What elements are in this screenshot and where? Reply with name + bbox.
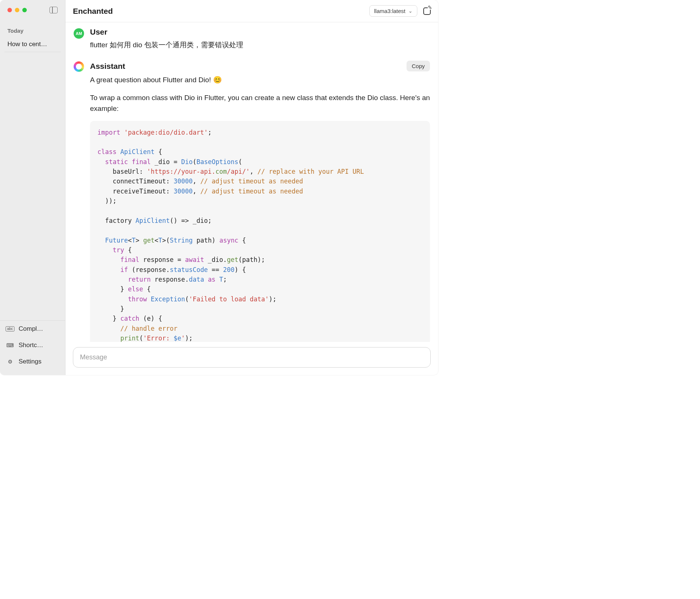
new-chat-button[interactable]: [423, 7, 431, 16]
code-block: import 'package:dio/dio.dart'; class Api…: [90, 121, 430, 342]
assistant-role-label: Assistant: [90, 62, 125, 71]
message-input[interactable]: [73, 347, 431, 368]
assistant-message-text: A great question about Flutter and Dio! …: [90, 74, 430, 342]
abc-icon: abc: [6, 326, 14, 331]
main-pane: Enchanted llama3:latest ⌄ AM User flutte…: [65, 0, 438, 375]
composer: [65, 342, 438, 375]
sidebar-footer: abc Compl… ⌨ Shortc… ⚙ Settings: [0, 320, 65, 375]
shortcuts-button[interactable]: ⌨ Shortc…: [4, 337, 61, 353]
user-role-label: User: [90, 28, 107, 36]
assistant-avatar: [74, 61, 84, 72]
chevron-down-icon: ⌄: [408, 8, 412, 14]
compose-icon: [428, 5, 432, 10]
window-controls: [0, 0, 65, 13]
user-message: AM User flutter 如何用 dio 包装一个通用类，需要错误处理: [74, 28, 430, 57]
minimize-window-icon[interactable]: [15, 8, 19, 12]
settings-label: Settings: [19, 358, 41, 365]
header: Enchanted llama3:latest ⌄: [65, 0, 438, 22]
copy-button[interactable]: Copy: [407, 61, 430, 71]
app-title: Enchanted: [73, 7, 113, 16]
settings-button[interactable]: ⚙ Settings: [4, 353, 61, 370]
chat-area: AM User flutter 如何用 dio 包装一个通用类，需要错误处理 A…: [65, 22, 438, 342]
fullscreen-window-icon[interactable]: [22, 8, 27, 12]
toggle-sidebar-icon[interactable]: [49, 7, 58, 13]
assistant-message: Assistant Copy A great question about Fl…: [74, 61, 430, 342]
close-window-icon[interactable]: [7, 8, 12, 12]
user-avatar: AM: [74, 28, 84, 39]
model-name: llama3:latest: [374, 8, 405, 14]
completions-label: Compl…: [19, 325, 43, 333]
sidebar-section-label: Today: [0, 13, 65, 37]
gear-icon: ⚙: [6, 359, 14, 365]
model-selector[interactable]: llama3:latest ⌄: [369, 5, 417, 17]
history-item[interactable]: How to cent…: [4, 37, 61, 52]
completions-button[interactable]: abc Compl…: [4, 321, 61, 337]
user-message-text: flutter 如何用 dio 包装一个通用类，需要错误处理: [90, 39, 430, 50]
keyboard-icon: ⌨: [6, 342, 14, 348]
shortcuts-label: Shortc…: [19, 342, 43, 349]
sidebar: Today How to cent… abc Compl… ⌨ Shortc… …: [0, 0, 65, 375]
